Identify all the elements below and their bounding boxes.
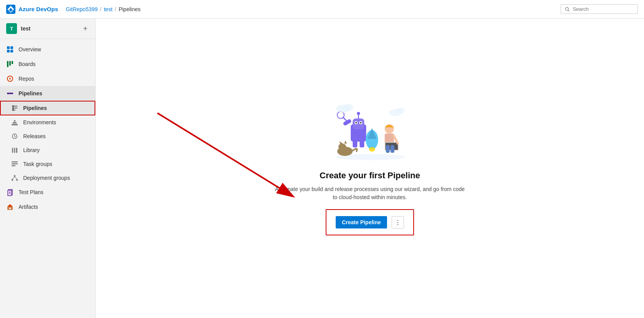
pipeline-hero: Create your first Pipeline Automate your… [274,101,467,235]
pipeline-description: Automate your build and release processe… [274,185,467,201]
sidebar-nav: Overview Boards Repos [0,39,95,217]
svg-point-30 [14,175,16,177]
project-header: T test + [0,19,95,39]
svg-point-70 [343,104,353,111]
breadcrumb-sep2: / [115,6,117,12]
artifacts-label: Artifacts [19,204,38,210]
pipeline-cta-wrapper: Create your first Pipeline Automate your… [274,171,467,235]
cta-box: Create Pipeline ⋮ [326,209,414,235]
svg-marker-59 [344,140,347,144]
svg-line-68 [343,117,346,120]
sidebar-item-environments[interactable]: Environments [0,115,95,129]
brand[interactable]: Azure DevOps [6,5,58,14]
svg-point-13 [11,93,13,94]
pipelines-sub-label: Pipelines [23,105,47,111]
svg-rect-50 [342,118,352,126]
hero-illustration [328,101,412,163]
library-label: Library [23,147,40,153]
svg-point-10 [9,78,11,80]
svg-rect-3 [10,46,13,49]
add-project-button[interactable]: + [81,25,89,32]
svg-point-49 [357,112,360,115]
environments-icon [11,118,19,126]
svg-rect-51 [353,140,357,147]
svg-point-72 [396,108,405,114]
brand-icon [6,5,15,14]
deployment-groups-label: Deployment groups [23,175,70,181]
svg-point-0 [566,7,569,10]
svg-point-47 [360,122,362,123]
svg-line-34 [15,177,17,179]
layout: T test + Overview Boards [0,19,644,318]
svg-rect-43 [353,118,364,129]
repos-label: Repos [19,76,34,82]
breadcrumb-sep1: / [100,6,101,12]
releases-icon [11,132,19,140]
sidebar-item-pipelines-parent[interactable]: Pipelines [0,86,95,101]
test-plans-label: Test Plans [19,189,44,195]
releases-label: Releases [23,133,46,139]
sidebar-item-deployment-groups[interactable]: Deployment groups [0,171,95,185]
create-pipeline-button[interactable]: Create Pipeline [336,216,387,228]
breadcrumb-current: Pipelines [118,6,140,12]
more-options-button[interactable]: ⋮ [392,216,404,228]
pipelines-parent-icon [6,90,14,97]
search-icon [565,7,570,12]
taskgroups-icon [11,160,19,168]
repos-icon [6,75,14,83]
boards-label: Boards [19,61,35,67]
svg-point-31 [12,179,14,181]
deploymentgroups-icon [11,174,19,182]
boards-icon [6,60,14,68]
svg-rect-24 [12,148,13,153]
svg-rect-26 [16,148,17,153]
sidebar-item-repos[interactable]: Repos [0,71,95,86]
svg-line-33 [12,177,15,179]
svg-point-32 [16,179,18,181]
svg-rect-38 [9,208,11,209]
sidebar-item-pipelines[interactable]: Pipelines [0,101,95,115]
topbar: Azure DevOps GitRepo5399 / test / Pipeli… [0,0,644,19]
svg-rect-52 [360,140,364,147]
brand-label: Azure DevOps [19,6,58,12]
search-input[interactable] [573,6,634,12]
svg-point-57 [338,144,346,150]
project-info: T test [6,23,30,34]
sidebar-item-artifacts[interactable]: Artifacts [0,200,95,214]
sidebar-item-library[interactable]: Library [0,143,95,157]
svg-rect-25 [14,148,15,153]
sidebar-item-overview[interactable]: Overview [0,42,95,57]
sidebar: T test + Overview Boards [0,19,96,318]
svg-point-18 [12,107,14,109]
svg-point-55 [369,147,375,152]
project-name: test [21,25,30,32]
sidebar-item-task-groups[interactable]: Task groups [0,157,95,171]
svg-point-46 [355,122,357,123]
breadcrumb: GitRepo5399 / test / Pipelines [66,6,141,12]
svg-rect-29 [12,165,15,166]
svg-point-17 [12,105,14,107]
more-options-icon: ⋮ [395,219,401,226]
library-icon [11,146,19,154]
svg-line-40 [157,113,292,196]
svg-rect-27 [12,161,18,162]
svg-rect-7 [9,61,11,66]
task-groups-label: Task groups [23,161,52,167]
svg-rect-2 [7,46,10,49]
svg-rect-28 [12,163,18,164]
pipelines-parent-label: Pipelines [19,90,42,96]
svg-rect-8 [12,61,13,64]
svg-rect-4 [7,50,10,52]
project-avatar: T [6,23,17,34]
breadcrumb-repo[interactable]: GitRepo5399 [66,6,98,12]
search-box[interactable] [561,4,638,14]
svg-rect-22 [14,120,15,122]
sidebar-item-test-plans[interactable]: Test Plans [0,185,95,200]
svg-point-19 [12,109,14,111]
breadcrumb-project[interactable]: test [104,6,113,12]
sidebar-item-releases[interactable]: Releases [0,129,95,143]
environments-label: Environments [23,119,56,125]
sidebar-item-boards[interactable]: Boards [0,57,95,71]
artifacts-icon [6,203,14,211]
svg-rect-66 [390,145,394,153]
